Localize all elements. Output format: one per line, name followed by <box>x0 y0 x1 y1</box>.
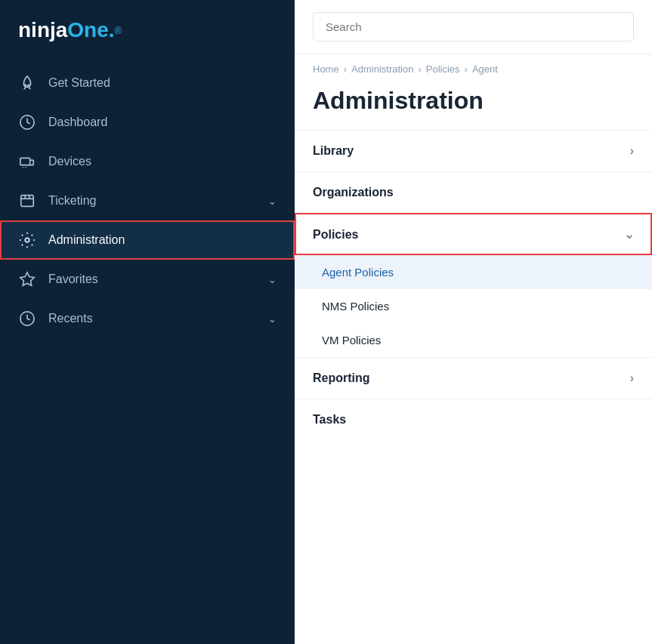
menu-item-policies[interactable]: Policies ⌄ <box>295 213 652 255</box>
star-icon <box>18 270 36 288</box>
svg-point-8 <box>25 238 29 242</box>
chevron-right-icon: › <box>630 144 634 158</box>
sidebar-item-favorites[interactable]: Favorites ⌄ <box>0 260 295 299</box>
menu-item-policies-label: Policies <box>313 228 358 242</box>
rocket-icon <box>18 74 36 92</box>
ticketing-icon <box>18 192 36 210</box>
menu-item-organizations-label: Organizations <box>313 186 394 199</box>
search-input[interactable] <box>313 12 634 42</box>
reporting-chevron-right-icon: › <box>630 371 634 385</box>
sidebar-item-ticketing[interactable]: Ticketing ⌄ <box>0 181 295 220</box>
page-title: Administration <box>295 78 652 130</box>
policies-submenu: Agent Policies NMS Policies VM Policies <box>295 255 652 357</box>
submenu-item-agent-policies[interactable]: Agent Policies <box>295 255 652 289</box>
recents-chevron-icon: ⌄ <box>268 313 277 325</box>
sidebar-nav: Get Started Dashboard Devi <box>0 57 295 344</box>
main-content: Home › Administration › Policies › Agent… <box>295 0 652 644</box>
breadcrumb-agent: Agent <box>472 63 498 75</box>
menu-item-library-label: Library <box>313 144 354 158</box>
sidebar-item-dashboard[interactable]: Dashboard <box>0 103 295 142</box>
sidebar-item-recents-label: Recents <box>48 312 256 325</box>
menu-item-tasks-label: Tasks <box>313 413 346 427</box>
logo-ninja: ninja <box>18 18 67 42</box>
breadcrumb: Home › Administration › Policies › Agent <box>295 54 652 78</box>
svg-rect-4 <box>21 196 34 207</box>
menu-item-organizations[interactable]: Organizations <box>295 171 652 213</box>
svg-rect-1 <box>20 158 30 165</box>
sidebar-item-administration[interactable]: Administration <box>0 220 295 260</box>
menu-item-tasks[interactable]: Tasks <box>295 399 652 440</box>
chevron-down-icon: ⌄ <box>624 227 634 242</box>
breadcrumb-administration[interactable]: Administration <box>351 63 413 75</box>
menu-item-reporting[interactable]: Reporting › <box>295 357 652 399</box>
sidebar-item-get-started-label: Get Started <box>48 76 277 90</box>
logo-reg: ® <box>115 25 122 36</box>
submenu-item-vm-policies[interactable]: VM Policies <box>295 323 652 357</box>
submenu-item-nms-policies[interactable]: NMS Policies <box>295 289 652 323</box>
recents-icon <box>18 310 36 328</box>
ticketing-chevron-icon: ⌄ <box>268 196 277 207</box>
logo-dot: . <box>109 18 115 42</box>
favorites-chevron-icon: ⌄ <box>268 274 277 285</box>
gear-icon <box>18 231 36 249</box>
search-bar <box>295 0 652 54</box>
menu-list: Library › Organizations Policies ⌄ Agent… <box>295 130 652 440</box>
dashboard-icon <box>18 113 36 131</box>
logo-one: One <box>67 18 108 42</box>
sidebar-item-recents[interactable]: Recents ⌄ <box>0 299 295 338</box>
sidebar-item-dashboard-label: Dashboard <box>48 116 277 129</box>
logo: ninjaOne.® <box>0 0 295 57</box>
sidebar-item-favorites-label: Favorites <box>48 273 256 286</box>
sidebar-item-administration-label: Administration <box>48 233 277 247</box>
breadcrumb-home[interactable]: Home <box>313 63 339 75</box>
sidebar-item-get-started[interactable]: Get Started <box>0 63 295 103</box>
menu-item-reporting-label: Reporting <box>313 371 370 385</box>
sidebar-item-devices[interactable]: Devices <box>0 142 295 181</box>
sidebar-item-ticketing-label: Ticketing <box>48 194 256 208</box>
menu-item-library[interactable]: Library › <box>295 130 652 171</box>
sidebar-item-devices-label: Devices <box>48 155 277 168</box>
devices-icon <box>18 153 36 171</box>
breadcrumb-policies[interactable]: Policies <box>426 63 460 75</box>
sidebar: ninjaOne.® Get Started Dashboard <box>0 0 295 644</box>
svg-marker-9 <box>20 273 34 285</box>
